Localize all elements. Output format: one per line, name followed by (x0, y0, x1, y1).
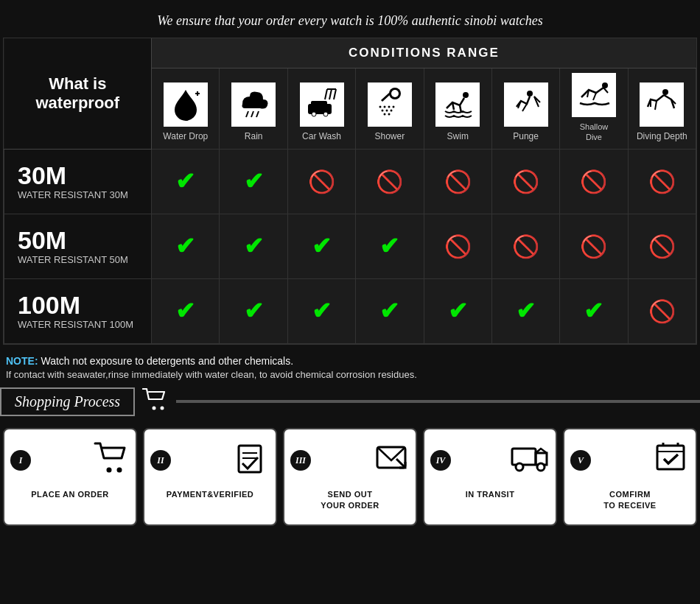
check-icon: ✔ (312, 233, 332, 259)
svg-line-12 (382, 94, 390, 101)
check-cell: ✔ (287, 278, 355, 343)
check-icon: ✔ (244, 168, 264, 194)
step-icon-send (318, 441, 410, 480)
waterproof-title: What is waterproof (4, 38, 152, 149)
diving-depth-icon (640, 82, 684, 127)
condition-shower: Shower (356, 69, 424, 150)
check-icon: ✔ (379, 298, 399, 324)
condition-label-car-wash: Car Wash (291, 131, 352, 143)
step-number: V (570, 450, 591, 471)
svg-rect-38 (657, 446, 684, 469)
note-section: NOTE: Watch not exposure to detergents a… (0, 345, 700, 387)
step-num-icon-row: I (10, 441, 130, 480)
process-header: Shopping Process (0, 387, 700, 416)
no-cell: 🚫 (628, 278, 696, 343)
note-text-2: If contact with seawater,rinse immediate… (6, 369, 694, 380)
condition-rain: Rain (220, 69, 287, 150)
condition-diving-depth: Diving Depth (628, 69, 696, 150)
resist-label-cell: 30M WATER RESISTANT 30M (4, 149, 152, 214)
svg-line-8 (329, 89, 332, 99)
condition-label-swim: Swim (427, 131, 489, 143)
check-cell: ✔ (424, 278, 491, 343)
step-num-icon-row: II (150, 441, 270, 480)
shopping-process-section: Shopping Process I PLACE AN ORDERII PAYM… (0, 387, 700, 541)
punge-icon (504, 82, 548, 127)
condition-shallow-dive: Shallow Dive (560, 69, 628, 150)
step-icon-truck (458, 441, 550, 480)
step-icon-confirm (598, 441, 690, 480)
resist-text: WATER RESISTANT 50M (18, 254, 128, 265)
resist-level: 50M (18, 228, 66, 253)
check-icon: ✔ (379, 233, 399, 259)
resist-text: WATER RESISTANT 100M (18, 319, 133, 330)
note-text-1: NOTE: Watch not exposure to detergents a… (6, 355, 694, 367)
step-card-5: V COMFIRM TO RECEIVE (563, 428, 697, 527)
step-card-4: IV IN TRANSIT (423, 428, 557, 527)
condition-punge: Punge (491, 69, 559, 150)
no-cell: 🚫 (424, 149, 491, 214)
water-drop-icon (164, 82, 208, 127)
condition-water-drop: Water Drop (152, 69, 220, 150)
svg-line-9 (334, 89, 336, 99)
no-cell: 🚫 (628, 149, 696, 214)
svg-point-15 (392, 106, 394, 108)
no-icon: 🚫 (308, 169, 335, 194)
svg-point-22 (463, 92, 469, 98)
condition-swim: Swim (424, 69, 491, 150)
check-icon: ✔ (244, 298, 264, 324)
no-cell: 🚫 (356, 149, 424, 214)
check-cell: ✔ (152, 278, 220, 343)
svg-point-36 (516, 463, 523, 471)
no-cell: 🚫 (628, 214, 696, 278)
step-num-icon-row: V (570, 441, 690, 480)
check-icon: ✔ (584, 298, 603, 324)
svg-point-11 (391, 90, 399, 97)
conditions-header: CONDITIONS RANGE (152, 38, 696, 69)
check-icon: ✔ (244, 233, 264, 259)
condition-car-wash: Car Wash (287, 69, 355, 150)
table-row: 100M WATER RESISTANT 100M ✔✔✔✔✔✔✔🚫 (4, 278, 696, 343)
svg-point-16 (381, 110, 383, 112)
no-icon: 🚫 (648, 169, 676, 194)
step-label: PAYMENT&VERIFIED (167, 489, 254, 500)
svg-line-1 (251, 111, 253, 117)
no-icon: 🚫 (512, 234, 539, 259)
svg-point-29 (117, 467, 122, 472)
condition-label-shower: Shower (359, 131, 420, 143)
step-card-1: I PLACE AN ORDER (3, 428, 137, 527)
no-icon: 🚫 (512, 169, 539, 194)
svg-rect-4 (311, 101, 327, 107)
waterproof-table: What is waterproof CONDITIONS RANGE Wate… (4, 38, 696, 344)
no-icon: 🚫 (444, 234, 472, 259)
step-label: IN TRANSIT (466, 489, 515, 500)
car-wash-icon (300, 82, 344, 127)
step-num-icon-row: III (290, 441, 410, 480)
condition-label-shallow-dive: Shallow Dive (563, 122, 624, 143)
svg-point-28 (107, 467, 112, 472)
svg-point-6 (323, 112, 328, 116)
step-card-3: III SEND OUT YOUR ORDER (283, 428, 417, 527)
table-row: 30M WATER RESISTANT 30M ✔✔🚫🚫🚫🚫🚫🚫 (4, 149, 696, 214)
shower-icon (368, 82, 412, 127)
step-num-icon-row: IV (430, 441, 550, 480)
no-icon: 🚫 (648, 299, 676, 323)
step-label: PLACE AN ORDER (31, 489, 109, 500)
step-label: COMFIRM TO RECEIVE (603, 489, 656, 512)
check-icon: ✔ (448, 298, 468, 324)
check-cell: ✔ (152, 149, 220, 214)
waterproof-section: What is waterproof CONDITIONS RANGE Wate… (3, 38, 697, 345)
resist-label-cell: 50M WATER RESISTANT 50M (4, 214, 152, 278)
check-icon: ✔ (312, 298, 332, 324)
svg-line-34 (396, 459, 405, 468)
svg-point-26 (153, 406, 156, 410)
process-steps: I PLACE AN ORDERII PAYMENT&VERIFIEDIII S… (0, 428, 700, 527)
svg-point-27 (161, 406, 164, 410)
check-cell: ✔ (287, 214, 355, 278)
step-number: III (290, 450, 311, 471)
check-icon: ✔ (175, 168, 195, 194)
step-icon-cart (38, 441, 130, 480)
condition-label-punge: Punge (495, 131, 556, 143)
swim-icon (435, 82, 480, 127)
svg-point-5 (312, 112, 316, 116)
check-cell: ✔ (356, 214, 424, 278)
